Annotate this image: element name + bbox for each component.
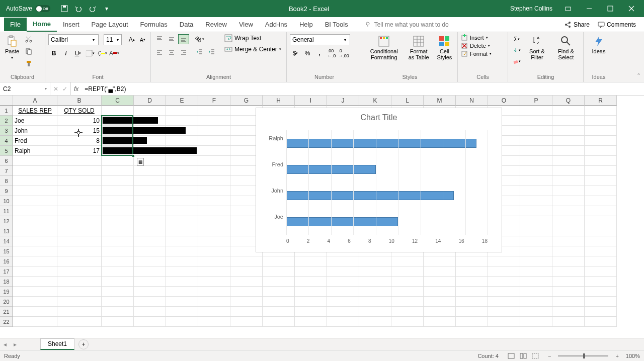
page-break-view-button[interactable] bbox=[530, 351, 541, 361]
column-header[interactable]: R bbox=[585, 96, 617, 106]
cell[interactable] bbox=[552, 287, 585, 297]
cell[interactable] bbox=[263, 256, 295, 266]
cell[interactable] bbox=[552, 256, 585, 266]
customize-qat-button[interactable]: ▾ bbox=[101, 3, 113, 15]
cell[interactable] bbox=[134, 317, 166, 327]
cell[interactable] bbox=[327, 297, 359, 307]
row-header[interactable]: 10 bbox=[0, 196, 13, 206]
column-header[interactable]: M bbox=[424, 96, 456, 106]
cell[interactable] bbox=[552, 176, 585, 186]
cell[interactable] bbox=[102, 226, 134, 236]
cell[interactable] bbox=[198, 236, 230, 246]
row-header[interactable]: 17 bbox=[0, 266, 13, 277]
cell[interactable] bbox=[134, 196, 166, 206]
cell[interactable] bbox=[57, 297, 102, 307]
row-header[interactable]: 2 bbox=[0, 116, 13, 126]
cell[interactable] bbox=[520, 186, 552, 196]
bold-button[interactable]: B bbox=[48, 48, 59, 58]
cell[interactable] bbox=[198, 297, 230, 307]
cell[interactable] bbox=[166, 176, 198, 186]
cell[interactable] bbox=[424, 317, 456, 327]
row-header[interactable]: 8 bbox=[0, 176, 13, 186]
cell[interactable] bbox=[102, 256, 134, 266]
bar[interactable] bbox=[286, 217, 398, 226]
cell[interactable] bbox=[198, 186, 230, 196]
cell[interactable] bbox=[13, 266, 57, 277]
cell[interactable] bbox=[230, 307, 263, 317]
cell[interactable] bbox=[359, 297, 391, 307]
column-header[interactable]: L bbox=[391, 96, 424, 106]
cell[interactable] bbox=[327, 266, 359, 277]
cell[interactable] bbox=[520, 126, 552, 136]
cell[interactable] bbox=[102, 206, 134, 216]
cancel-formula-button[interactable]: ✕ bbox=[53, 85, 58, 93]
sheet-nav-next[interactable]: ▸ bbox=[10, 341, 20, 348]
cell[interactable] bbox=[166, 297, 198, 307]
cell[interactable] bbox=[585, 136, 617, 146]
cell[interactable] bbox=[520, 166, 552, 176]
cell[interactable] bbox=[57, 176, 102, 186]
cell[interactable] bbox=[166, 196, 198, 206]
fill-handle[interactable] bbox=[132, 154, 135, 157]
cell[interactable] bbox=[552, 236, 585, 246]
cell[interactable] bbox=[327, 277, 359, 287]
cell[interactable] bbox=[166, 216, 198, 226]
cell[interactable] bbox=[359, 256, 391, 266]
cell[interactable] bbox=[102, 307, 134, 317]
cell[interactable]: QTY SOLD bbox=[57, 106, 102, 116]
cell[interactable] bbox=[552, 297, 585, 307]
cell[interactable] bbox=[327, 287, 359, 297]
row-header[interactable]: 16 bbox=[0, 256, 13, 266]
cell[interactable] bbox=[295, 287, 327, 297]
cell[interactable] bbox=[456, 297, 488, 307]
cell[interactable] bbox=[134, 266, 166, 277]
tell-me-search[interactable]: Tell me what you want to do bbox=[364, 21, 449, 28]
cell[interactable] bbox=[166, 116, 198, 126]
fill-color-button[interactable]: ▾ bbox=[97, 48, 108, 58]
column-header[interactable]: F bbox=[198, 96, 230, 106]
cell[interactable] bbox=[134, 277, 166, 287]
cell[interactable] bbox=[230, 297, 263, 307]
comments-button[interactable]: Comments bbox=[598, 21, 636, 28]
cell[interactable] bbox=[230, 266, 263, 277]
row-header[interactable]: 11 bbox=[0, 206, 13, 216]
cell[interactable] bbox=[198, 176, 230, 186]
copy-button[interactable] bbox=[23, 46, 34, 56]
cell[interactable] bbox=[166, 136, 198, 146]
column-header[interactable]: G bbox=[230, 96, 263, 106]
bar[interactable] bbox=[286, 191, 454, 200]
cell[interactable] bbox=[134, 307, 166, 317]
cell[interactable] bbox=[295, 277, 327, 287]
column-header[interactable]: Q bbox=[552, 96, 585, 106]
cell[interactable] bbox=[295, 317, 327, 327]
cell[interactable] bbox=[520, 146, 552, 156]
cell[interactable] bbox=[585, 216, 617, 226]
cell[interactable] bbox=[57, 206, 102, 216]
row-header[interactable]: 20 bbox=[0, 297, 13, 307]
redo-button[interactable] bbox=[87, 3, 99, 15]
cell[interactable] bbox=[57, 216, 102, 226]
cell[interactable] bbox=[57, 287, 102, 297]
page-layout-view-button[interactable] bbox=[518, 351, 529, 361]
cell[interactable] bbox=[456, 287, 488, 297]
cell-styles-button[interactable]: Cell Styles bbox=[435, 34, 454, 61]
cell[interactable]: 15 bbox=[57, 126, 102, 136]
cell[interactable] bbox=[359, 307, 391, 317]
tab-view[interactable]: View bbox=[233, 18, 259, 31]
cell[interactable] bbox=[263, 266, 295, 277]
collapse-ribbon-button[interactable]: ⌃ bbox=[636, 72, 641, 79]
cell[interactable] bbox=[134, 216, 166, 226]
cell[interactable] bbox=[520, 136, 552, 146]
cell[interactable] bbox=[456, 317, 488, 327]
cell[interactable] bbox=[166, 246, 198, 256]
tab-insert[interactable]: Insert bbox=[57, 18, 86, 31]
cell[interactable] bbox=[552, 216, 585, 226]
cell[interactable] bbox=[295, 256, 327, 266]
cell[interactable] bbox=[552, 186, 585, 196]
cell[interactable]: 10 bbox=[57, 116, 102, 126]
tab-home[interactable]: Home bbox=[27, 17, 57, 32]
cell[interactable] bbox=[552, 317, 585, 327]
cell[interactable] bbox=[488, 277, 520, 287]
cell[interactable] bbox=[57, 226, 102, 236]
cell[interactable] bbox=[13, 277, 57, 287]
